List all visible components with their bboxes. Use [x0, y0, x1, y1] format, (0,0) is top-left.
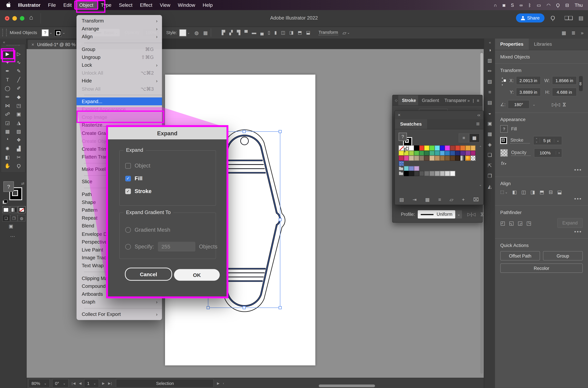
effect[interactable]: Effect: [136, 1, 156, 8]
align-vcenter-icon[interactable]: ▬: [252, 30, 256, 35]
arrange[interactable]: Arrange ›: [77, 25, 162, 33]
color-panel-icon[interactable]: ◑: [484, 45, 495, 55]
apple-logo-icon[interactable]: [3, 1, 14, 8]
scale-tool[interactable]: ◳: [13, 101, 25, 110]
swatch-dark-green[interactable]: [424, 151, 429, 156]
distribute-5-icon[interactable]: ⬒: [298, 30, 302, 35]
color-button[interactable]: [2, 206, 10, 213]
chevron-down-icon[interactable]: ⌄: [50, 31, 52, 35]
swatch-gray-9[interactable]: [450, 171, 455, 176]
preferences-grid-icon[interactable]: ▦: [203, 30, 208, 35]
chevron-down-icon[interactable]: ⌄: [455, 210, 462, 218]
swap-fill-stroke-icon[interactable]: ⇄: [21, 181, 24, 186]
show-all[interactable]: Show All ⌥⌘3: [77, 85, 162, 93]
swatch-blue-2[interactable]: [445, 151, 450, 156]
offset-path-button[interactable]: Offset Path: [500, 251, 540, 261]
swatch-transparency[interactable]: [471, 156, 476, 161]
properties[interactable]: Properties: [495, 39, 529, 50]
pathfinder-expand-button[interactable]: Expand: [557, 218, 583, 228]
style-swatch[interactable]: [179, 29, 186, 36]
fx-button[interactable]: fx▾: [501, 161, 583, 166]
align-right-icon[interactable]: ◨: [531, 189, 535, 195]
swatch-green-2[interactable]: [414, 151, 419, 156]
window[interactable]: Window: [174, 1, 199, 8]
swatch-pink[interactable]: [404, 156, 409, 161]
flip-horizontal-icon[interactable]: ▷|◁: [552, 102, 560, 107]
control-center-icon[interactable]: ⊟: [565, 2, 569, 8]
align-hcenter-icon[interactable]: ▞: [229, 30, 233, 35]
recolor-button[interactable]: Recolor: [500, 264, 583, 273]
object[interactable]: Object: [76, 1, 97, 8]
view[interactable]: View: [156, 1, 174, 8]
none-button[interactable]: [18, 206, 26, 213]
stroke-checkbox-label[interactable]: Stroke: [135, 188, 152, 194]
swatch-white[interactable]: [409, 146, 414, 151]
graphic-styles-icon[interactable]: ◒: [484, 108, 495, 118]
swatch-gray-3[interactable]: [419, 171, 424, 176]
tab-stroke[interactable]: Stroke: [398, 95, 418, 105]
horizontal-scrollbar-thumb[interactable]: [319, 385, 375, 387]
swatch-gray-6[interactable]: [435, 171, 440, 176]
swatch-crimson[interactable]: [399, 156, 404, 161]
spotlight-search-icon[interactable]: Ϙ: [556, 2, 560, 8]
free-transform-tool[interactable]: ▣: [13, 110, 25, 119]
align-left-icon[interactable]: ▛: [222, 30, 225, 35]
swatch-gray-0[interactable]: [404, 171, 409, 176]
panel-overflow-icon[interactable]: »: [467, 98, 470, 102]
swatch-tan-2[interactable]: [435, 156, 440, 161]
swatch-pattern-floral[interactable]: [399, 161, 404, 166]
battery-icon[interactable]: ▭: [537, 2, 541, 8]
gradient-panel-icon[interactable]: ▧: [484, 76, 495, 87]
distribute-2-icon[interactable]: ▮: [274, 30, 277, 35]
swatch-cyan-pastel[interactable]: [404, 166, 409, 171]
align-right-icon[interactable]: ▜: [237, 30, 240, 35]
puppet-warp-tool[interactable]: ☍: [2, 110, 13, 119]
swatch-sea-green[interactable]: [429, 151, 435, 156]
group[interactable]: Group ⌘G: [77, 45, 162, 53]
hide[interactable]: Hide ›: [77, 77, 162, 85]
align-vcenter-icon[interactable]: ⊟: [549, 189, 553, 195]
swatch-tan[interactable]: [409, 156, 414, 161]
color-guide-icon[interactable]: ▥: [484, 55, 495, 66]
blend-tool[interactable]: ❖: [13, 136, 25, 144]
object-checkbox-label[interactable]: Object: [135, 163, 150, 169]
constrain-proportions-icon[interactable]: ∞: [579, 76, 583, 91]
screen-mode-icon[interactable]: ▣: [9, 223, 13, 229]
artboard-tool[interactable]: ◧: [2, 153, 13, 162]
gradient-mesh-label[interactable]: Gradient Mesh: [135, 227, 170, 233]
chevron-down-icon[interactable]: ⌄: [347, 31, 350, 35]
swatch-taupe[interactable]: [419, 156, 424, 161]
stroke-label[interactable]: Stroke: [511, 138, 530, 144]
new-swatch-icon[interactable]: +: [462, 197, 465, 202]
pathfinder-minus-front-icon[interactable]: ◱: [509, 220, 514, 226]
shaper-tool[interactable]: ✏: [2, 93, 13, 101]
swatch-gray-7[interactable]: [440, 171, 445, 176]
swatch-yellow[interactable]: [424, 146, 429, 151]
eraser-tool[interactable]: ◆: [13, 93, 25, 101]
stroke-color-swatch[interactable]: [500, 137, 507, 144]
paintbrush-tool[interactable]: ✐: [13, 84, 25, 93]
panel-menu-icon[interactable]: ≡: [477, 98, 479, 102]
transparency-panel-icon[interactable]: ▦: [484, 129, 495, 139]
swatch-group-folder[interactable]: [399, 166, 404, 171]
swatch-black[interactable]: [414, 146, 419, 151]
crop-image[interactable]: Crop Image: [77, 113, 162, 121]
search-icon[interactable]: Ϙ: [551, 15, 555, 21]
swatch-lavender[interactable]: [414, 166, 419, 171]
draw-normal-icon[interactable]: ❏: [2, 215, 10, 221]
swatch-cyan[interactable]: [435, 146, 440, 151]
eyedropper-tool[interactable]: ❛: [2, 136, 13, 144]
stepper-up-down-icon[interactable]: ⌃⌄: [534, 138, 540, 143]
libraries[interactable]: Libraries: [529, 39, 557, 50]
symbols-panel-icon[interactable]: ▣: [484, 118, 495, 129]
chevron-down-icon[interactable]: ⌄: [62, 31, 65, 35]
comments-panel-icon[interactable]: ◭: [484, 181, 495, 192]
curvature-tool[interactable]: ✎: [13, 67, 25, 75]
swatch-sky-blue[interactable]: [440, 151, 445, 156]
unlock-all[interactable]: Unlock All ⌥⌘2: [77, 69, 162, 77]
perspective-grid-tool[interactable]: ◮: [13, 119, 25, 127]
align-top-icon[interactable]: ▀: [244, 30, 248, 35]
prev-artboard-button[interactable]: ◀: [79, 381, 82, 385]
magic-wand-tool[interactable]: ✦: [2, 58, 13, 67]
hand-tool[interactable]: ✋: [2, 161, 13, 170]
